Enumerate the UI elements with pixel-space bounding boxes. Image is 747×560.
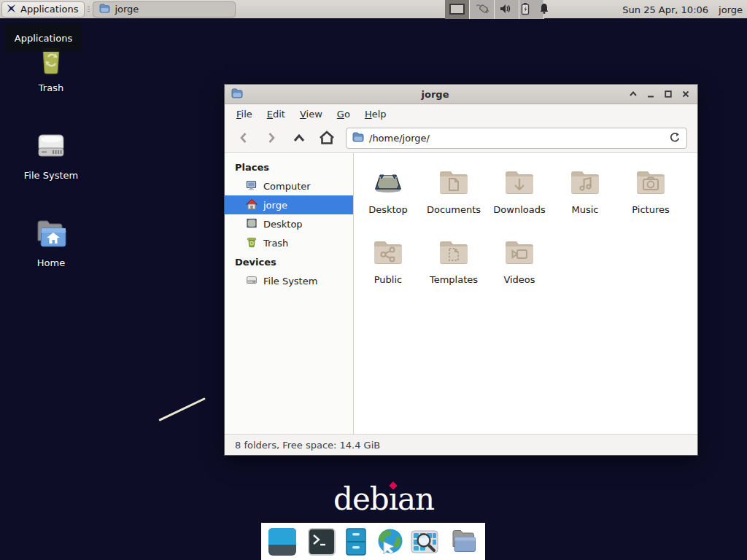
sidebar: Places Computer: [225, 153, 354, 434]
forward-button[interactable]: [263, 129, 280, 147]
window-body: Places Computer: [225, 153, 697, 434]
file-manager-icon[interactable]: [449, 527, 479, 556]
window-title: jorge: [243, 89, 627, 100]
sidebar-item-desktop[interactable]: Desktop: [225, 214, 353, 233]
folder-item-desktop[interactable]: Desktop: [355, 165, 421, 235]
show-desktop-icon[interactable]: [268, 527, 297, 556]
workspace-1[interactable]: [445, 0, 470, 19]
folder-downloads-icon: [502, 165, 537, 202]
session-user[interactable]: jorge: [719, 4, 743, 15]
shade-button[interactable]: [627, 89, 638, 100]
sidebar-header-places: Places: [225, 158, 353, 176]
location-bar[interactable]: /home/jorge/: [346, 128, 687, 149]
back-button[interactable]: [235, 129, 252, 147]
menu-help[interactable]: Help: [357, 106, 394, 122]
tooltip-text: Applications: [15, 33, 72, 44]
computer-icon: [246, 179, 258, 193]
folder-item-templates[interactable]: Templates: [421, 235, 487, 305]
folder-item-videos[interactable]: Videos: [487, 235, 552, 305]
folder-item-documents[interactable]: Documents: [421, 165, 487, 235]
folder-music-icon: [568, 165, 603, 202]
sidebar-item-label: Desktop: [263, 219, 303, 230]
toolbar: /home/jorge/: [225, 123, 697, 153]
folder-item-label: Public: [374, 274, 402, 285]
up-button[interactable]: [290, 129, 308, 147]
folder-item-music[interactable]: Music: [552, 165, 618, 235]
reload-icon[interactable]: [669, 131, 681, 145]
battery-charging-icon[interactable]: [520, 2, 530, 18]
bottom-dock: [261, 523, 485, 560]
web-browser-icon[interactable]: [376, 527, 405, 556]
desktop-icon: [246, 217, 258, 231]
folder-documents-icon: [436, 165, 471, 202]
menu-go[interactable]: Go: [330, 106, 357, 122]
workspace-window-thumbnail: [449, 4, 465, 15]
taskbar-button-jorge[interactable]: jorge: [93, 1, 236, 18]
folder-item-label: Pictures: [632, 204, 669, 215]
user-home-icon: [246, 198, 258, 212]
status-text: 8 folders, Free space: 14.4 GiB: [235, 440, 380, 451]
folder-item-public[interactable]: Public: [355, 235, 421, 305]
system-tray: [476, 0, 550, 19]
folder-item-label: Music: [572, 204, 599, 215]
volume-icon[interactable]: [499, 3, 512, 17]
folder-icon: [352, 132, 364, 144]
menu-file[interactable]: File: [229, 106, 260, 122]
folder-pictures-icon: [633, 165, 668, 202]
desktop-surface-icon: [371, 165, 406, 202]
trash-icon: [246, 236, 258, 250]
desktop-root: { "colors": { "accent": "#3b7fe0", "desk…: [0, 0, 747, 560]
sidebar-item-label: jorge: [263, 200, 287, 211]
sidebar-header-devices: Devices: [225, 252, 353, 271]
clock[interactable]: Sun 25 Apr, 10:06: [622, 4, 708, 15]
applications-menu-button[interactable]: Applications: [1, 1, 85, 18]
menu-view[interactable]: View: [293, 106, 330, 122]
sidebar-item-trash[interactable]: Trash: [225, 233, 353, 252]
xfce-applications-icon: [6, 3, 17, 16]
folder-item-downloads[interactable]: Downloads: [487, 165, 552, 235]
network-icon[interactable]: [476, 2, 491, 18]
folder-item-label: Videos: [503, 274, 535, 285]
desktop-icon-home[interactable]: Home: [18, 219, 85, 268]
window-titlebar[interactable]: jorge: [225, 85, 697, 104]
sidebar-item-label: File System: [263, 276, 317, 287]
folder-item-pictures[interactable]: Pictures: [618, 165, 684, 235]
close-button[interactable]: [680, 89, 691, 100]
location-path[interactable]: /home/jorge/: [369, 133, 664, 144]
sidebar-item-label: Trash: [263, 238, 288, 249]
folder-item-label: Documents: [427, 204, 481, 215]
hard-drive-icon: [246, 274, 258, 288]
menu-edit[interactable]: Edit: [260, 106, 293, 122]
app-finder-icon[interactable]: [410, 527, 439, 556]
panel-clock-area: Sun 25 Apr, 10:06 jorge: [622, 0, 743, 19]
home-folder-icon: [34, 219, 69, 253]
folder-public-icon: [371, 235, 406, 272]
menubar: File Edit View Go Help: [225, 104, 697, 123]
file-cabinet-icon[interactable]: [341, 527, 371, 556]
maximize-button[interactable]: [662, 89, 673, 100]
home-button[interactable]: [318, 129, 336, 147]
panel-separator-grip: [86, 3, 91, 16]
desktop-icon-label: Trash: [39, 82, 63, 93]
top-panel: Applications jorge: [0, 0, 747, 19]
window-controls: [627, 89, 691, 100]
file-manager-window: jorge File Edit View Go Help: [224, 84, 698, 456]
folder-view[interactable]: Desktop Documents: [354, 153, 697, 434]
folder-item-label: Downloads: [493, 204, 545, 215]
sidebar-item-file-system[interactable]: File System: [225, 271, 353, 290]
desktop-icon-file-system[interactable]: File System: [18, 128, 85, 181]
notifications-bell-icon[interactable]: [538, 2, 550, 17]
minimize-button[interactable]: [645, 89, 656, 100]
folder-videos-icon: [502, 235, 537, 272]
folder-icon: [99, 4, 110, 15]
folder-item-label: Desktop: [368, 204, 408, 215]
folder-templates-icon: [436, 235, 471, 272]
hard-drive-icon: [34, 128, 69, 166]
debian-wallpaper-logo: debıan: [333, 481, 434, 517]
statusbar: 8 folders, Free space: 14.4 GiB: [225, 434, 697, 455]
terminal-icon[interactable]: [307, 527, 336, 556]
applications-tooltip: Applications: [5, 24, 82, 52]
sidebar-item-jorge[interactable]: jorge: [225, 195, 353, 214]
desktop-icon-label: File System: [24, 170, 78, 181]
sidebar-item-computer[interactable]: Computer: [225, 176, 353, 195]
